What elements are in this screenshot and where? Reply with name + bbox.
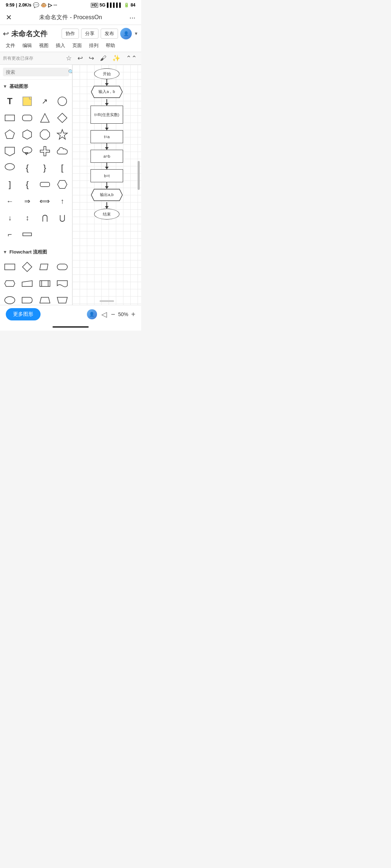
arrow-shape[interactable]: ↗	[37, 93, 53, 109]
up-arrow-shape[interactable]: ↑	[54, 193, 71, 209]
fc-node-start[interactable]: 开始	[94, 68, 119, 79]
fc-manual-input-shape[interactable]	[19, 276, 35, 292]
avatar-dropdown-icon[interactable]: ▼	[134, 31, 138, 36]
fc-process-shape[interactable]	[1, 259, 18, 275]
small-rect-shape[interactable]	[19, 226, 35, 242]
rounded-rect2-shape[interactable]	[37, 176, 53, 192]
up-down-arrow-shape[interactable]: ↕	[19, 210, 35, 226]
menu-file[interactable]: 文件	[3, 41, 18, 50]
bracket-right2-shape[interactable]: ]	[1, 176, 18, 192]
fc-end-label: 结束	[103, 212, 111, 217]
fc-arrow-7	[106, 202, 107, 209]
redo-icon[interactable]: ↪	[87, 54, 96, 63]
star-icon[interactable]: ☆	[64, 54, 73, 63]
svg-marker-9	[23, 130, 31, 139]
bottom-avatar-icon: 👤	[89, 312, 94, 317]
fc-node-input[interactable]: 输入a，b	[91, 86, 123, 99]
collapse-icon[interactable]: ⌃⌃	[125, 54, 138, 63]
canvas-area[interactable]: 开始 输入a，b t=R(任意实数) t=a	[72, 65, 141, 305]
fc-trapezoid-shape[interactable]	[37, 292, 53, 305]
more-options-button[interactable]: ···	[129, 13, 135, 22]
zoom-out-button[interactable]: −	[111, 310, 115, 319]
note-shape[interactable]	[19, 93, 35, 109]
cross-shape[interactable]	[37, 143, 53, 159]
more-icon: ···	[54, 3, 57, 8]
basic-section-toggle-icon: ▼	[3, 84, 7, 89]
bottom-avatar[interactable]: 👤	[87, 309, 97, 319]
fc-data-shape[interactable]	[37, 259, 53, 275]
circle-shape[interactable]	[54, 93, 71, 109]
fc-document-shape[interactable]	[54, 276, 71, 292]
fc-node-t-rand[interactable]: t=R(任意实数)	[91, 106, 123, 124]
menu-edit[interactable]: 编辑	[20, 41, 35, 50]
magic-wand-icon[interactable]: ✨	[111, 54, 122, 63]
fc-delay-shape[interactable]	[19, 292, 35, 305]
bracket-left-shape[interactable]: [	[54, 160, 71, 176]
menu-page[interactable]: 页面	[70, 41, 85, 50]
down-arrow-shape[interactable]: ↓	[1, 210, 18, 226]
menu-insert[interactable]: 插入	[53, 41, 68, 50]
search-input[interactable]	[6, 69, 67, 75]
speech-bubble-shape[interactable]	[19, 143, 35, 159]
brace-left-shape[interactable]: {	[19, 160, 35, 176]
rounded-rectangle-shape[interactable]	[19, 110, 35, 126]
menu-arrange[interactable]: 排列	[86, 41, 101, 50]
fc-node-output[interactable]: 输出a,b	[91, 189, 123, 202]
status-left: 9:59 | 2.0K/s 💬 🐵 ▷ ···	[6, 2, 57, 8]
fc-node-b-eq-t[interactable]: b=t	[91, 169, 123, 182]
fc-start-end-shape[interactable]	[1, 292, 18, 305]
octagon-shape[interactable]	[37, 127, 53, 142]
chevron-down-shape[interactable]	[1, 143, 18, 159]
flowchart-header[interactable]: ▼ Flowchart 流程图	[0, 247, 72, 258]
star-shape[interactable]	[54, 127, 71, 142]
fc-node-a-eq-b[interactable]: a=b	[91, 150, 123, 163]
navigation-icon[interactable]: ◁	[101, 310, 107, 319]
hexagon2-shape[interactable]	[54, 176, 71, 192]
menu-view[interactable]: 视图	[36, 41, 51, 50]
fc-preparation-shape[interactable]	[1, 276, 18, 292]
avatar[interactable]: 👤	[120, 28, 132, 39]
left-arrow-shape[interactable]: ←	[1, 193, 18, 209]
rectangle-shape[interactable]	[1, 110, 18, 126]
svg-marker-19	[22, 262, 32, 272]
cloud-shape[interactable]	[54, 143, 71, 159]
single-brace-shape[interactable]: {	[19, 176, 35, 192]
fc-node-t-eq-a[interactable]: t=a	[91, 130, 123, 143]
double-arrow-shape[interactable]: ⟺	[37, 193, 53, 209]
zoom-in-button[interactable]: +	[131, 310, 135, 319]
bracket-right-shape[interactable]: }	[37, 160, 53, 176]
pentagon-shape[interactable]	[1, 127, 18, 142]
hd-badge: HD	[91, 3, 98, 8]
u-turn-shape[interactable]: ⋂	[37, 210, 53, 226]
diamond-shape[interactable]	[54, 110, 71, 126]
close-button[interactable]: ✕	[6, 13, 12, 22]
fc-node-end[interactable]: 结束	[94, 209, 119, 220]
triangle-shape[interactable]	[37, 110, 53, 126]
menu-help[interactable]: 帮助	[103, 41, 118, 50]
corner-arrow-shape[interactable]: ⌐	[1, 226, 18, 242]
text-shape[interactable]: T	[1, 93, 18, 109]
fc-decision-shape[interactable]	[19, 259, 35, 275]
fc-manual-op-shape[interactable]	[54, 292, 71, 305]
canvas-scrollbar[interactable]	[138, 161, 140, 190]
format-painter-icon[interactable]: 🖌	[98, 54, 108, 63]
status-bar: 9:59 | 2.0K/s 💬 🐵 ▷ ··· HD 5G ▌▌▌▌▌ 🔋 84	[0, 0, 141, 10]
bottom-toolbar: 更多图形 👤 ◁ − 50% +	[0, 305, 141, 323]
svg-marker-10	[40, 130, 50, 139]
flowchart-section-label: Flowchart 流程图	[9, 249, 47, 255]
collaborate-button[interactable]: 协作	[62, 29, 79, 39]
fc-arrow-4	[106, 143, 107, 150]
fc-terminator-shape[interactable]	[54, 259, 71, 275]
undo-icon[interactable]: ↩	[76, 54, 84, 63]
back-button[interactable]: ↩	[3, 29, 9, 38]
more-shapes-button[interactable]: 更多图形	[6, 308, 41, 320]
right-arrow-shape[interactable]: ⇒	[19, 193, 35, 209]
share-button[interactable]: 分享	[81, 29, 98, 39]
hexagon-shape[interactable]	[19, 127, 35, 142]
callout-shape[interactable]	[1, 160, 18, 176]
canvas-hscrollbar[interactable]	[100, 300, 114, 302]
basic-shapes-header[interactable]: ▼ 基础图形	[0, 81, 72, 92]
fc-predefined-shape[interactable]	[37, 276, 53, 292]
n-turn-shape[interactable]: ⋃	[54, 210, 71, 226]
publish-button[interactable]: 发布	[101, 29, 118, 39]
